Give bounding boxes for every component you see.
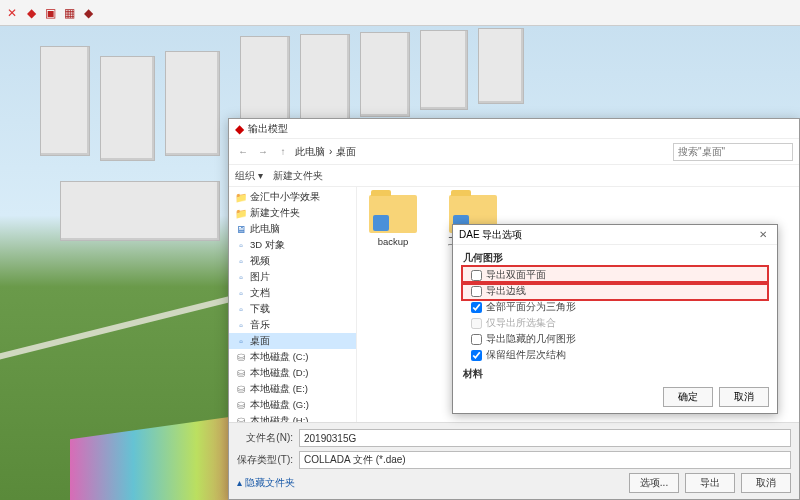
- tree-node[interactable]: ▫视频: [229, 253, 356, 269]
- folder-item[interactable]: backup: [365, 195, 421, 247]
- filename-label: 文件名(N):: [237, 431, 293, 445]
- tool-icon-1[interactable]: ✕: [4, 5, 20, 21]
- export-option-label: 导出边线: [486, 284, 526, 298]
- tree-node[interactable]: ▫3D 对象: [229, 237, 356, 253]
- export-option-label: 导出双面平面: [486, 268, 546, 282]
- export-option-label: 导出隐藏的几何图形: [486, 332, 576, 346]
- tree-node-label: 本地磁盘 (H:): [250, 415, 308, 423]
- tree-node[interactable]: ▫音乐: [229, 317, 356, 333]
- tree-node[interactable]: ⛁本地磁盘 (C:): [229, 349, 356, 365]
- tree-node[interactable]: ⛁本地磁盘 (G:): [229, 397, 356, 413]
- organize-menu[interactable]: 组织 ▾: [235, 169, 263, 183]
- filetype-field[interactable]: COLLADA 文件 (*.dae): [299, 451, 791, 469]
- tree-node-label: 3D 对象: [250, 239, 285, 252]
- option-group-title: 材料: [463, 367, 767, 381]
- nav-up-icon[interactable]: ↑: [275, 146, 291, 157]
- cancel-button[interactable]: 取消: [741, 473, 791, 493]
- tree-node[interactable]: ⛁本地磁盘 (E:): [229, 381, 356, 397]
- tree-node-label: 下载: [250, 303, 270, 316]
- export-option-label: 保留组件层次结构: [486, 348, 566, 362]
- chevron-right-icon: ›: [329, 146, 332, 157]
- close-icon[interactable]: ✕: [755, 229, 771, 240]
- tool-icon-4[interactable]: ▦: [61, 5, 77, 21]
- options-button[interactable]: 选项...: [629, 473, 679, 493]
- save-dialog-footer: 文件名(N): 20190315G 保存类型(T): COLLADA 文件 (*…: [229, 422, 799, 499]
- tree-node-label: 此电脑: [250, 223, 280, 236]
- option-group-title: 几何图形: [463, 251, 767, 265]
- export-option-checkbox[interactable]: [471, 334, 482, 345]
- export-option-checkbox: [471, 318, 482, 329]
- tree-node-label: 桌面: [250, 335, 270, 348]
- tree-node-label: 文档: [250, 287, 270, 300]
- hide-folders-link[interactable]: ▴ 隐藏文件夹: [237, 476, 623, 490]
- breadcrumb-seg-0[interactable]: 此电脑: [295, 145, 325, 159]
- tool-icon-2[interactable]: ◆: [23, 5, 39, 21]
- export-option[interactable]: 全部平面分为三角形: [463, 299, 767, 315]
- options-titlebar[interactable]: DAE 导出选项 ✕: [453, 225, 777, 245]
- export-option: 仅导出所选集合: [463, 315, 767, 331]
- tree-node-label: 本地磁盘 (G:): [250, 399, 309, 412]
- export-option-label: 仅导出所选集合: [486, 316, 556, 330]
- search-input[interactable]: [673, 143, 793, 161]
- nav-back-icon[interactable]: ←: [235, 146, 251, 157]
- tree-node-label: 图片: [250, 271, 270, 284]
- tree-node[interactable]: ⛁本地磁盘 (D:): [229, 365, 356, 381]
- export-option[interactable]: 保留组件层次结构: [463, 347, 767, 363]
- nav-fwd-icon[interactable]: →: [255, 146, 271, 157]
- tree-node-label: 本地磁盘 (C:): [250, 351, 308, 364]
- tree-node[interactable]: ▫下载: [229, 301, 356, 317]
- export-option[interactable]: 导出双面平面: [463, 267, 767, 283]
- tool-icon-3[interactable]: ▣: [42, 5, 58, 21]
- tree-node-label: 视频: [250, 255, 270, 268]
- tree-node[interactable]: 📁新建文件夹: [229, 205, 356, 221]
- breadcrumb[interactable]: 此电脑 › 桌面: [295, 145, 669, 159]
- export-option-label: 全部平面分为三角形: [486, 300, 576, 314]
- tree-node[interactable]: ⛁本地磁盘 (H:): [229, 413, 356, 422]
- filename-field[interactable]: 20190315G: [299, 429, 791, 447]
- tree-node[interactable]: ▫桌面: [229, 333, 356, 349]
- folder-tree[interactable]: 📁金汇中小学效果📁新建文件夹🖥此电脑▫3D 对象▫视频▫图片▫文档▫下载▫音乐▫…: [229, 187, 357, 422]
- newfolder-button[interactable]: 新建文件夹: [273, 169, 323, 183]
- tool-icon-5[interactable]: ◆: [80, 5, 96, 21]
- save-dialog-title: 输出模型: [248, 122, 288, 136]
- save-dialog-toolrow: 组织 ▾ 新建文件夹: [229, 165, 799, 187]
- export-option[interactable]: 导出边线: [463, 283, 767, 299]
- filetype-label: 保存类型(T):: [237, 453, 293, 467]
- save-dialog-titlebar[interactable]: ◆ 输出模型: [229, 119, 799, 139]
- app-ruby-icon: ◆: [235, 122, 244, 136]
- tree-node-label: 本地磁盘 (E:): [250, 383, 308, 396]
- tree-node-label: 新建文件夹: [250, 207, 300, 220]
- export-option-checkbox[interactable]: [471, 350, 482, 361]
- dae-options-dialog: DAE 导出选项 ✕ 几何图形导出双面平面导出边线全部平面分为三角形仅导出所选集…: [452, 224, 778, 414]
- export-button[interactable]: 导出: [685, 473, 735, 493]
- tree-node-label: 本地磁盘 (D:): [250, 367, 308, 380]
- save-dialog-navrow: ← → ↑ 此电脑 › 桌面: [229, 139, 799, 165]
- tree-node[interactable]: ▫图片: [229, 269, 356, 285]
- tree-node-label: 音乐: [250, 319, 270, 332]
- export-option[interactable]: 导出隐藏的几何图形: [463, 331, 767, 347]
- options-title: DAE 导出选项: [459, 228, 522, 242]
- folder-label: backup: [365, 236, 421, 247]
- folder-icon: [369, 195, 417, 233]
- export-option-checkbox[interactable]: [471, 302, 482, 313]
- tree-node[interactable]: 🖥此电脑: [229, 221, 356, 237]
- breadcrumb-seg-1[interactable]: 桌面: [336, 145, 356, 159]
- app-toolbar: ✕ ◆ ▣ ▦ ◆: [0, 0, 800, 26]
- tree-node-label: 金汇中小学效果: [250, 191, 320, 204]
- export-option-checkbox[interactable]: [471, 286, 482, 297]
- options-ok-button[interactable]: 确定: [663, 387, 713, 407]
- tree-node[interactable]: ▫文档: [229, 285, 356, 301]
- export-option-checkbox[interactable]: [471, 270, 482, 281]
- tree-node[interactable]: 📁金汇中小学效果: [229, 189, 356, 205]
- options-cancel-button[interactable]: 取消: [719, 387, 769, 407]
